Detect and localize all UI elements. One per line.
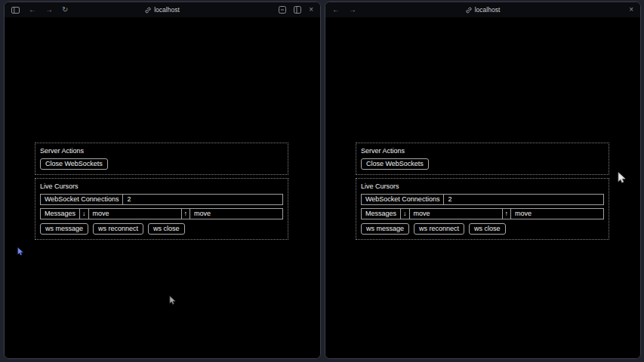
reader-view-icon[interactable]	[279, 6, 286, 14]
titlebar[interactable]: ← → ↻ localhost ×	[5, 2, 320, 17]
outgoing-message-value: move	[510, 208, 604, 219]
browser-window-right: ← → localhost × Server Actions Close Web…	[325, 2, 641, 359]
connections-row: WebSocket Connections 2	[361, 194, 604, 205]
toolbar-left-group: ← →	[332, 6, 356, 14]
browser-window-left: ← → ↻ localhost × Server Actions Close W…	[4, 2, 321, 359]
back-icon[interactable]: ←	[29, 6, 36, 14]
server-actions-panel: Server Actions Close WebSockets	[35, 143, 288, 175]
incoming-message-value: move	[409, 208, 503, 219]
forward-icon[interactable]: →	[349, 6, 356, 14]
page-content: Server Actions Close WebSockets Live Cur…	[325, 17, 640, 359]
close-websockets-button[interactable]: Close WebSockets	[361, 158, 429, 170]
close-websockets-button[interactable]: Close WebSockets	[40, 158, 108, 170]
tab-overview-icon[interactable]	[294, 6, 301, 14]
messages-label: Messages	[361, 208, 401, 219]
ws-close-button[interactable]: ws close	[469, 223, 506, 235]
ws-message-button[interactable]: ws message	[361, 223, 409, 235]
live-cursors-panel: Live Cursors WebSocket Connections 2 Mes…	[356, 178, 609, 240]
address-title[interactable]: localhost	[325, 2, 640, 17]
page-content: Server Actions Close WebSockets Live Cur…	[5, 17, 320, 359]
messages-row: Messages ↓ move ↑ move	[40, 208, 283, 219]
panels-container: Server Actions Close WebSockets Live Cur…	[35, 143, 288, 243]
toolbar-right-group: ×	[279, 6, 313, 14]
connections-value: 2	[122, 194, 283, 205]
server-actions-title: Server Actions	[40, 147, 283, 155]
url-label: localhost	[475, 6, 501, 14]
ws-message-button[interactable]: ws message	[40, 223, 88, 235]
connections-row: WebSocket Connections 2	[40, 194, 283, 205]
link-icon	[466, 7, 472, 14]
link-icon	[145, 7, 151, 14]
close-icon[interactable]: ×	[309, 6, 313, 14]
url-label: localhost	[154, 6, 180, 14]
sidebar-toggle-icon[interactable]	[11, 7, 20, 14]
back-icon[interactable]: ←	[332, 6, 340, 14]
messages-row: Messages ↓ move ↑ move	[361, 208, 604, 219]
server-actions-panel: Server Actions Close WebSockets	[356, 143, 609, 175]
live-cursors-panel: Live Cursors WebSocket Connections 2 Mes…	[35, 178, 288, 240]
live-cursors-title: Live Cursors	[361, 183, 604, 191]
connections-label: WebSocket Connections	[40, 194, 123, 205]
ws-buttons-row: ws message ws reconnect ws close	[40, 219, 283, 235]
connections-value: 2	[443, 194, 604, 205]
ws-buttons-row: ws message ws reconnect ws close	[361, 219, 604, 235]
toolbar-left-group: ← → ↻	[11, 6, 68, 14]
ws-reconnect-button[interactable]: ws reconnect	[414, 223, 464, 235]
ws-reconnect-button[interactable]: ws reconnect	[93, 223, 143, 235]
server-actions-title: Server Actions	[361, 147, 604, 155]
toolbar-right-group: ×	[629, 6, 633, 14]
incoming-message-value: move	[88, 208, 182, 219]
ws-close-button[interactable]: ws close	[148, 223, 185, 235]
forward-icon[interactable]: →	[45, 6, 53, 14]
messages-label: Messages	[40, 208, 80, 219]
live-cursors-title: Live Cursors	[40, 183, 283, 191]
close-icon[interactable]: ×	[629, 6, 633, 14]
titlebar[interactable]: ← → localhost ×	[325, 2, 640, 17]
reload-icon[interactable]: ↻	[62, 6, 68, 14]
panels-container: Server Actions Close WebSockets Live Cur…	[356, 143, 609, 243]
connections-label: WebSocket Connections	[361, 194, 444, 205]
outgoing-message-value: move	[190, 208, 283, 219]
